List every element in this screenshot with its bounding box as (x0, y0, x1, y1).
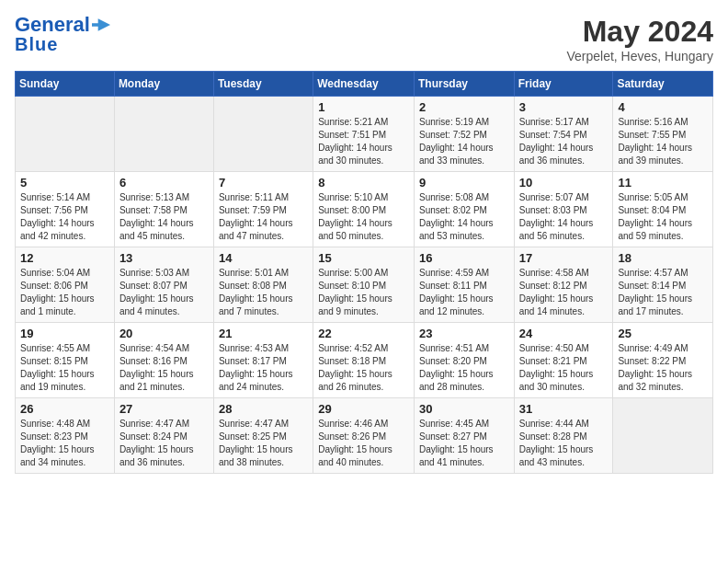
day-info: Sunrise: 5:16 AM Sunset: 7:55 PM Dayligh… (618, 116, 708, 167)
day-number: 24 (519, 327, 609, 340)
day-info: Sunrise: 4:48 AM Sunset: 8:23 PM Dayligh… (20, 418, 109, 469)
calendar-cell (213, 97, 313, 172)
calendar-cell: 19Sunrise: 4:55 AM Sunset: 8:15 PM Dayli… (16, 323, 115, 398)
calendar-header-row: SundayMondayTuesdayWednesdayThursdayFrid… (16, 72, 713, 97)
day-number: 14 (219, 251, 308, 265)
day-info: Sunrise: 5:13 AM Sunset: 7:58 PM Dayligh… (119, 191, 209, 243)
logo-blue-text: Blue (15, 35, 58, 53)
calendar-cell (16, 97, 115, 172)
calendar-cell: 21Sunrise: 4:53 AM Sunset: 8:17 PM Dayli… (213, 323, 313, 398)
day-info: Sunrise: 4:54 AM Sunset: 8:16 PM Dayligh… (119, 342, 209, 394)
day-info: Sunrise: 5:05 AM Sunset: 8:04 PM Dayligh… (618, 191, 708, 243)
day-info: Sunrise: 4:57 AM Sunset: 8:14 PM Dayligh… (618, 267, 708, 318)
calendar-cell: 20Sunrise: 4:54 AM Sunset: 8:16 PM Dayli… (114, 323, 213, 398)
day-number: 11 (618, 176, 708, 190)
day-number: 1 (318, 100, 409, 114)
calendar-cell: 22Sunrise: 4:52 AM Sunset: 8:18 PM Dayli… (313, 323, 415, 398)
calendar-cell: 25Sunrise: 4:49 AM Sunset: 8:22 PM Dayli… (613, 323, 713, 398)
day-info: Sunrise: 4:50 AM Sunset: 8:21 PM Dayligh… (519, 342, 609, 394)
day-info: Sunrise: 5:17 AM Sunset: 7:54 PM Dayligh… (519, 116, 609, 167)
calendar-cell: 17Sunrise: 4:58 AM Sunset: 8:12 PM Dayli… (514, 247, 613, 323)
day-number: 27 (119, 402, 209, 416)
day-info: Sunrise: 5:08 AM Sunset: 8:02 PM Dayligh… (419, 191, 509, 243)
day-info: Sunrise: 4:44 AM Sunset: 8:28 PM Dayligh… (519, 418, 609, 469)
month-title: May 2024 (566, 15, 713, 49)
calendar-table: SundayMondayTuesdayWednesdayThursdayFrid… (15, 71, 713, 474)
calendar-cell: 9Sunrise: 5:08 AM Sunset: 8:02 PM Daylig… (414, 172, 514, 247)
calendar-cell: 6Sunrise: 5:13 AM Sunset: 7:58 PM Daylig… (114, 172, 213, 247)
calendar-cell (613, 398, 713, 474)
day-info: Sunrise: 5:01 AM Sunset: 8:08 PM Dayligh… (219, 267, 308, 318)
calendar-cell: 27Sunrise: 4:47 AM Sunset: 8:24 PM Dayli… (114, 398, 213, 474)
calendar-week-row: 5Sunrise: 5:14 AM Sunset: 7:56 PM Daylig… (16, 172, 713, 247)
day-number: 9 (419, 176, 509, 190)
day-header-saturday: Saturday (613, 72, 713, 97)
calendar-week-row: 19Sunrise: 4:55 AM Sunset: 8:15 PM Dayli… (16, 323, 713, 398)
day-number: 8 (318, 176, 409, 190)
day-info: Sunrise: 5:19 AM Sunset: 7:52 PM Dayligh… (419, 116, 509, 167)
day-info: Sunrise: 5:14 AM Sunset: 7:56 PM Dayligh… (20, 191, 109, 243)
day-info: Sunrise: 4:47 AM Sunset: 8:24 PM Dayligh… (119, 418, 209, 469)
calendar-cell: 13Sunrise: 5:03 AM Sunset: 8:07 PM Dayli… (114, 247, 213, 323)
day-number: 23 (419, 327, 509, 340)
calendar-cell: 11Sunrise: 5:05 AM Sunset: 8:04 PM Dayli… (613, 172, 713, 247)
day-info: Sunrise: 5:21 AM Sunset: 7:51 PM Dayligh… (318, 116, 409, 167)
day-number: 13 (119, 251, 209, 265)
day-number: 25 (618, 327, 708, 340)
calendar-cell: 30Sunrise: 4:45 AM Sunset: 8:27 PM Dayli… (414, 398, 514, 474)
calendar-cell: 10Sunrise: 5:07 AM Sunset: 8:03 PM Dayli… (514, 172, 613, 247)
day-number: 3 (519, 100, 609, 114)
day-info: Sunrise: 4:46 AM Sunset: 8:26 PM Dayligh… (318, 418, 409, 469)
day-number: 2 (419, 100, 509, 114)
calendar-cell: 1Sunrise: 5:21 AM Sunset: 7:51 PM Daylig… (313, 97, 415, 172)
day-number: 29 (318, 402, 409, 416)
day-header-friday: Friday (514, 72, 613, 97)
day-info: Sunrise: 4:55 AM Sunset: 8:15 PM Dayligh… (20, 342, 109, 394)
page-header: General Blue May 2024 Verpelet, Heves, H… (15, 15, 713, 63)
calendar-week-row: 1Sunrise: 5:21 AM Sunset: 7:51 PM Daylig… (16, 97, 713, 172)
calendar-cell: 3Sunrise: 5:17 AM Sunset: 7:54 PM Daylig… (514, 97, 613, 172)
logo-text: General (15, 15, 90, 35)
day-info: Sunrise: 4:58 AM Sunset: 8:12 PM Dayligh… (519, 267, 609, 318)
day-info: Sunrise: 5:11 AM Sunset: 7:59 PM Dayligh… (219, 191, 308, 243)
day-number: 26 (20, 402, 109, 416)
day-header-thursday: Thursday (414, 72, 514, 97)
day-number: 12 (20, 251, 109, 265)
calendar-cell (114, 97, 213, 172)
day-number: 15 (318, 251, 409, 265)
day-header-sunday: Sunday (16, 72, 115, 97)
day-info: Sunrise: 4:52 AM Sunset: 8:18 PM Dayligh… (318, 342, 409, 394)
day-number: 4 (618, 100, 708, 114)
title-area: May 2024 Verpelet, Heves, Hungary (566, 15, 713, 63)
calendar-cell: 29Sunrise: 4:46 AM Sunset: 8:26 PM Dayli… (313, 398, 415, 474)
calendar-cell: 12Sunrise: 5:04 AM Sunset: 8:06 PM Dayli… (16, 247, 115, 323)
calendar-cell: 18Sunrise: 4:57 AM Sunset: 8:14 PM Dayli… (613, 247, 713, 323)
calendar-week-row: 12Sunrise: 5:04 AM Sunset: 8:06 PM Dayli… (16, 247, 713, 323)
day-info: Sunrise: 4:51 AM Sunset: 8:20 PM Dayligh… (419, 342, 509, 394)
calendar-cell: 24Sunrise: 4:50 AM Sunset: 8:21 PM Dayli… (514, 323, 613, 398)
day-info: Sunrise: 4:45 AM Sunset: 8:27 PM Dayligh… (419, 418, 509, 469)
svg-marker-0 (92, 18, 110, 30)
calendar-cell: 14Sunrise: 5:01 AM Sunset: 8:08 PM Dayli… (213, 247, 313, 323)
calendar-cell: 5Sunrise: 5:14 AM Sunset: 7:56 PM Daylig… (16, 172, 115, 247)
calendar-cell: 16Sunrise: 4:59 AM Sunset: 8:11 PM Dayli… (414, 247, 514, 323)
calendar-cell: 15Sunrise: 5:00 AM Sunset: 8:10 PM Dayli… (313, 247, 415, 323)
calendar-cell: 31Sunrise: 4:44 AM Sunset: 8:28 PM Dayli… (514, 398, 613, 474)
day-info: Sunrise: 5:10 AM Sunset: 8:00 PM Dayligh… (318, 191, 409, 243)
day-number: 22 (318, 327, 409, 340)
day-number: 28 (219, 402, 308, 416)
calendar-cell: 7Sunrise: 5:11 AM Sunset: 7:59 PM Daylig… (213, 172, 313, 247)
calendar-cell: 23Sunrise: 4:51 AM Sunset: 8:20 PM Dayli… (414, 323, 514, 398)
logo-icon (92, 18, 110, 31)
day-number: 31 (519, 402, 609, 416)
day-number: 20 (119, 327, 209, 340)
calendar-cell: 28Sunrise: 4:47 AM Sunset: 8:25 PM Dayli… (213, 398, 313, 474)
day-number: 10 (519, 176, 609, 190)
day-info: Sunrise: 5:00 AM Sunset: 8:10 PM Dayligh… (318, 267, 409, 318)
logo: General Blue (15, 15, 110, 53)
day-header-tuesday: Tuesday (213, 72, 313, 97)
day-number: 16 (419, 251, 509, 265)
day-header-wednesday: Wednesday (313, 72, 415, 97)
day-info: Sunrise: 4:53 AM Sunset: 8:17 PM Dayligh… (219, 342, 308, 394)
day-number: 18 (618, 251, 708, 265)
